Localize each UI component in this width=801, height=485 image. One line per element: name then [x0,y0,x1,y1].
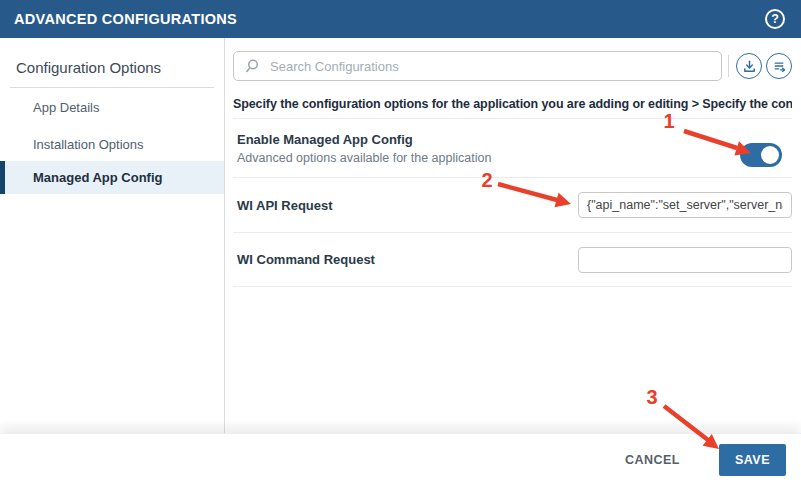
search-icon [244,58,260,74]
wi-api-request-label: WI API Request [237,198,333,213]
wi-command-request-label: WI Command Request [237,252,375,267]
dialog-body: Configuration Options App Details Instal… [0,38,801,433]
import-icon [741,58,758,75]
sidebar-item-managed-app-config[interactable]: Managed App Config [0,161,224,194]
dialog-header: ADVANCED CONFIGURATIONS ? [0,0,801,38]
wi-api-request-row: WI API Request [233,178,792,232]
main-panel: Specify the configuration options for th… [225,38,801,433]
cancel-button[interactable]: CANCEL [619,452,686,468]
toggle-knob [761,146,779,164]
toggle-label: Enable Managed App Config [237,132,491,147]
wi-api-request-input[interactable] [578,192,792,218]
sidebar-item-label: Managed App Config [33,170,163,185]
help-icon[interactable]: ? [765,9,785,29]
sidebar-title: Configuration Options [0,38,224,76]
divider [233,286,792,287]
dialog-title: ADVANCED CONFIGURATIONS [14,11,765,27]
export-list-button[interactable] [766,53,792,79]
export-icon [771,58,788,75]
toolbar [722,53,792,79]
search-input[interactable] [268,58,711,75]
search-box [233,51,722,81]
wi-command-request-row: WI Command Request [233,233,792,286]
instruction-breadcrumb: Specify the configuration options for th… [233,97,792,111]
enable-managed-app-config-row: Enable Managed App Config Advanced optio… [233,119,792,177]
sidebar-item-label: Installation Options [33,137,144,152]
toolbar-divider [728,55,729,77]
dialog-footer: CANCEL SAVE [0,433,801,485]
wi-command-request-input[interactable] [578,247,792,273]
sidebar: Configuration Options App Details Instal… [0,38,225,433]
import-settings-button[interactable] [736,53,762,79]
toggle-description: Advanced options available for the appli… [237,151,491,165]
sidebar-item-app-details[interactable]: App Details [0,88,224,127]
sidebar-item-label: App Details [33,100,99,115]
managed-app-config-toggle[interactable] [740,143,782,167]
toggle-labels: Enable Managed App Config Advanced optio… [237,132,491,165]
sidebar-item-installation-options[interactable]: Installation Options [0,127,224,161]
search-row [233,51,792,81]
save-button[interactable]: SAVE [719,444,786,476]
advanced-configurations-dialog: ADVANCED CONFIGURATIONS ? Configuration … [0,0,801,485]
